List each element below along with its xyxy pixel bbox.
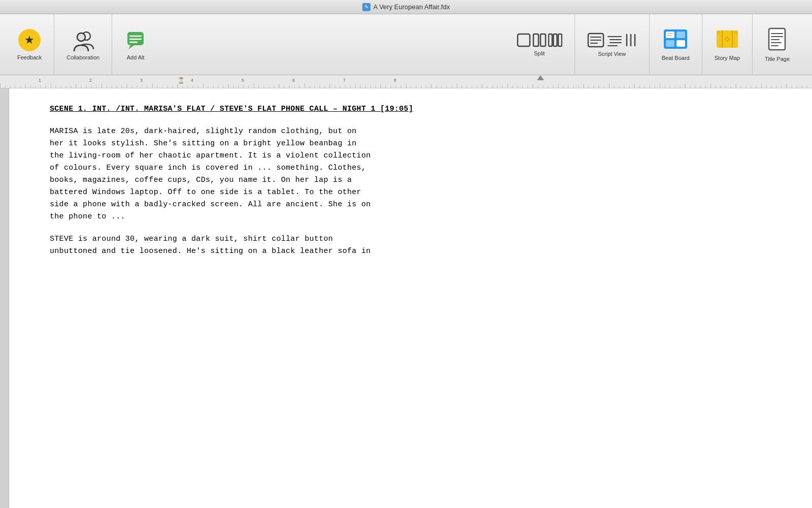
svg-text:6: 6 bbox=[292, 78, 295, 83]
action-paragraph-1: MARISA is late 20s, dark-haired, slightl… bbox=[50, 125, 375, 223]
svg-text:7: 7 bbox=[343, 78, 346, 83]
title-bar-title: ✎ A Very European Affair.fdx bbox=[362, 3, 450, 11]
svg-rect-24 bbox=[666, 31, 674, 38]
script-editor[interactable]: SCENE 1. INT. /INT. MARISA'S FLAT / STEV… bbox=[9, 88, 812, 508]
svg-text:⏳: ⏳ bbox=[178, 77, 185, 84]
script-view-icons bbox=[587, 33, 637, 48]
collaboration-icon bbox=[72, 29, 94, 51]
toolbar: ★ Feedback Collaboration bbox=[0, 14, 812, 75]
svg-point-1 bbox=[77, 33, 85, 41]
feedback-star-icon: ★ bbox=[18, 29, 41, 51]
svg-text:3: 3 bbox=[140, 78, 143, 83]
beat-board-icon bbox=[663, 28, 688, 52]
add-alt-group: Add Alt bbox=[112, 14, 159, 75]
story-map-icon bbox=[715, 28, 740, 52]
feedback-group: ★ Feedback bbox=[5, 14, 54, 75]
title-page-group: Title Page bbox=[752, 14, 802, 75]
split-group: Split bbox=[504, 14, 574, 75]
svg-text:1: 1 bbox=[39, 78, 41, 83]
add-alt-icon bbox=[124, 29, 147, 51]
title-bar: ✎ A Very European Affair.fdx bbox=[0, 0, 812, 14]
collaboration-label: Collaboration bbox=[66, 54, 99, 60]
beat-board-group: Beat Board bbox=[649, 14, 702, 75]
svg-text:8: 8 bbox=[394, 78, 396, 83]
beat-board-label: Beat Board bbox=[662, 55, 690, 61]
svg-text:2: 2 bbox=[89, 78, 92, 83]
split-label: Split bbox=[534, 50, 545, 56]
script-view-doc-icon bbox=[587, 33, 604, 48]
collaboration-group: Collaboration bbox=[54, 14, 112, 75]
beat-board-svg bbox=[663, 28, 688, 50]
document-title: A Very European Affair.fdx bbox=[374, 3, 450, 11]
split-button[interactable]: Split bbox=[510, 29, 569, 60]
add-alt-label: Add Alt bbox=[127, 54, 145, 60]
collaboration-svg bbox=[72, 29, 94, 51]
split-single-icon bbox=[517, 33, 531, 47]
story-map-svg bbox=[715, 28, 740, 50]
svg-rect-11 bbox=[558, 34, 562, 46]
svg-rect-7 bbox=[533, 34, 538, 46]
ruler-svg: 1 2 3 4 5 6 7 8 ⏳ bbox=[0, 75, 812, 88]
svg-rect-10 bbox=[553, 34, 557, 46]
beat-board-button[interactable]: Beat Board bbox=[655, 24, 697, 65]
svg-rect-26 bbox=[666, 40, 674, 47]
app-icon: ✎ bbox=[362, 3, 370, 11]
script-view-label: Script View bbox=[598, 51, 626, 57]
script-view-vlines-icon bbox=[625, 33, 637, 48]
svg-text:5: 5 bbox=[242, 78, 244, 83]
story-map-label: Story Map bbox=[715, 55, 740, 61]
add-alt-svg bbox=[124, 29, 147, 51]
ruler: 1 2 3 4 5 6 7 8 ⏳ bbox=[0, 75, 812, 88]
action-paragraph-2: STEVE is around 30, wearing a dark suit,… bbox=[50, 233, 375, 258]
content-area: SCENE 1. INT. /INT. MARISA'S FLAT / STEV… bbox=[0, 88, 812, 508]
svg-rect-25 bbox=[676, 31, 685, 38]
feedback-button[interactable]: ★ Feedback bbox=[10, 25, 49, 65]
title-page-icon bbox=[768, 27, 786, 53]
scene-heading: SCENE 1. INT. /INT. MARISA'S FLAT / STEV… bbox=[50, 104, 782, 115]
script-view-button[interactable]: Script View bbox=[580, 28, 644, 61]
svg-rect-6 bbox=[518, 34, 530, 46]
svg-rect-9 bbox=[549, 34, 552, 46]
story-map-group: Story Map bbox=[702, 14, 752, 75]
svg-rect-8 bbox=[540, 34, 546, 46]
title-page-button[interactable]: Title Page bbox=[758, 23, 797, 66]
collaboration-button[interactable]: Collaboration bbox=[59, 25, 107, 65]
title-page-label: Title Page bbox=[765, 56, 790, 62]
split-icons bbox=[517, 33, 562, 47]
script-view-group: Script View bbox=[574, 14, 649, 75]
feedback-label: Feedback bbox=[17, 54, 42, 60]
story-map-button[interactable]: Story Map bbox=[707, 24, 747, 65]
script-view-list-icon bbox=[606, 33, 623, 48]
left-sidebar bbox=[0, 88, 9, 508]
split-dual-icon bbox=[532, 33, 547, 47]
add-alt-button[interactable]: Add Alt bbox=[117, 25, 154, 65]
title-page-svg bbox=[768, 27, 786, 51]
split-triple-icon bbox=[548, 33, 562, 47]
svg-rect-27 bbox=[676, 40, 685, 47]
svg-rect-50 bbox=[0, 75, 812, 88]
svg-text:4: 4 bbox=[191, 78, 193, 83]
